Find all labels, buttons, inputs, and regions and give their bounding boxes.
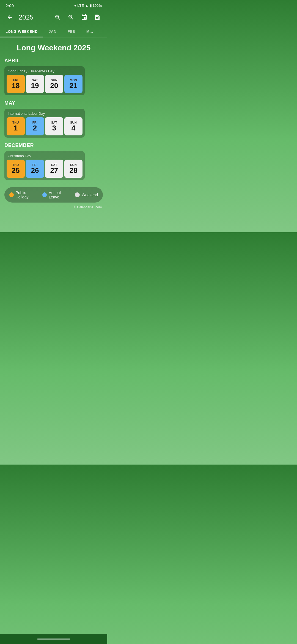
legend-label-weekend: Weekend [82, 193, 98, 197]
day-cell-sat-3: SAT 3 [45, 117, 63, 135]
holiday-label-april: Good Friday / Tiradentes Day [7, 69, 82, 75]
back-button[interactable] [4, 12, 15, 23]
day-cell-thu-25: THU 25 [7, 160, 25, 178]
tab-jan[interactable]: JAN [43, 26, 62, 37]
year-title: 2025 [19, 13, 50, 21]
legend-public-holiday: Public Holiday [9, 190, 37, 199]
section-may: MAY International Labor Day THU 1 FRI 2 … [4, 100, 103, 143]
battery-label: 100% [93, 4, 102, 8]
day-cell-fri-18: FRI 18 [7, 75, 25, 93]
tab-long-weekend[interactable]: LONG WEEKEND [0, 26, 43, 37]
section-label-april: APRIL [4, 58, 103, 64]
legend-annual-leave: Annual Leave [42, 190, 69, 199]
day-cell-thu-1: THU 1 [7, 117, 25, 135]
legend: Public Holiday Annual Leave Weekend [4, 187, 103, 203]
battery-icon: ▮ [90, 4, 92, 8]
copyright: © Calendar2U.com [4, 205, 103, 209]
day-cell-mon-21: MON 21 [64, 75, 82, 93]
zoom-out-button[interactable] [65, 12, 76, 23]
legend-label-public-holiday: Public Holiday [16, 190, 37, 199]
main-content: Long Weekend 2025 APRIL Good Friday / Ti… [0, 37, 107, 215]
day-cell-sat-19: SAT 19 [26, 75, 44, 93]
tab-bar: LONG WEEKEND JAN FEB M... [0, 26, 107, 37]
day-cell-fri-2: FRI 2 [26, 117, 44, 135]
legend-dot-weekend [75, 192, 80, 197]
holiday-label-december: Christmas Day [7, 153, 82, 160]
holiday-label-may: International Labor Day [7, 111, 82, 117]
signal-icon: ▲ [85, 4, 89, 8]
section-label-december: DECEMBER [4, 143, 103, 148]
weekend-block-december: Christmas Day THU 25 FRI 26 SAT 27 SUN 2… [4, 151, 85, 180]
day-row-april: FRI 18 SAT 19 SUN 20 MON 21 [7, 75, 82, 93]
day-cell-fri-26: FRI 26 [26, 160, 44, 178]
calendar-view-button[interactable] [79, 12, 90, 23]
legend-label-annual-leave: Annual Leave [49, 190, 69, 199]
day-cell-sun-4: SUN 4 [64, 117, 82, 135]
day-cell-sat-27: SAT 27 [45, 160, 63, 178]
legend-weekend: Weekend [75, 192, 98, 197]
top-bar: 2025 [0, 10, 107, 26]
status-time: 2:00 [6, 3, 14, 8]
weekend-block-may: International Labor Day THU 1 FRI 2 SAT … [4, 109, 85, 138]
status-bar: 2:00 ▾ LTE ▲ ▮ 100% [0, 0, 107, 10]
notes-button[interactable] [92, 12, 103, 23]
section-april: APRIL Good Friday / Tiradentes Day FRI 1… [4, 58, 103, 100]
legend-dot-annual-leave [42, 192, 47, 197]
section-label-may: MAY [4, 100, 103, 106]
day-row-may: THU 1 FRI 2 SAT 3 SUN 4 [7, 117, 82, 135]
status-icons: ▾ LTE ▲ ▮ 100% [74, 4, 102, 8]
day-row-december: THU 25 FRI 26 SAT 27 SUN 28 [7, 160, 82, 178]
tab-more[interactable]: M... [81, 26, 99, 37]
zoom-in-button[interactable] [52, 12, 63, 23]
legend-dot-public-holiday [9, 192, 14, 197]
section-december: DECEMBER Christmas Day THU 25 FRI 26 SAT… [4, 143, 103, 185]
wifi-icon: ▾ [74, 4, 76, 8]
day-cell-sun-28: SUN 28 [64, 160, 82, 178]
lte-label: LTE [77, 4, 84, 8]
weekend-block-april: Good Friday / Tiradentes Day FRI 18 SAT … [4, 66, 85, 95]
day-cell-sun-20: SUN 20 [45, 75, 63, 93]
tab-feb[interactable]: FEB [62, 26, 81, 37]
page-title: Long Weekend 2025 [4, 43, 103, 52]
